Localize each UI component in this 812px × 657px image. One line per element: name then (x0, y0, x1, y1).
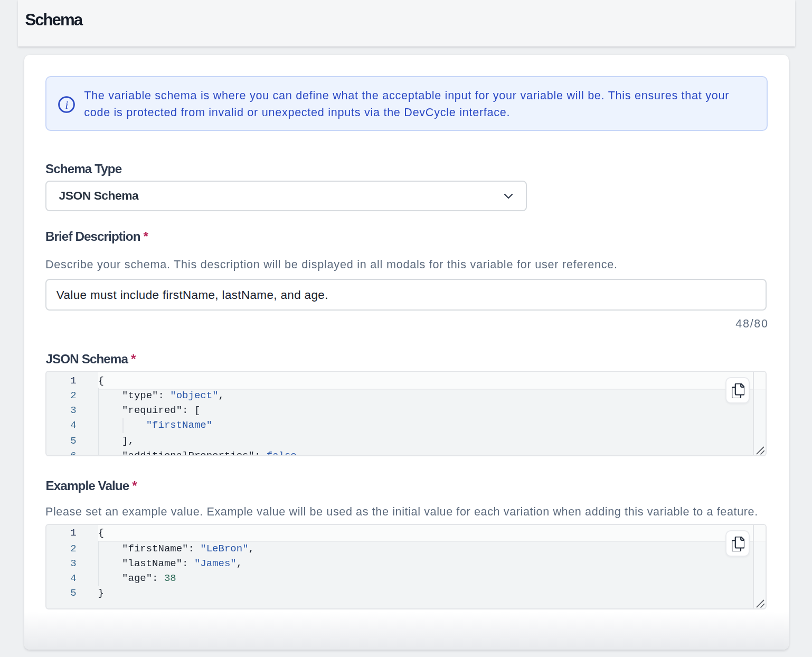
svg-text:i: i (65, 98, 68, 111)
